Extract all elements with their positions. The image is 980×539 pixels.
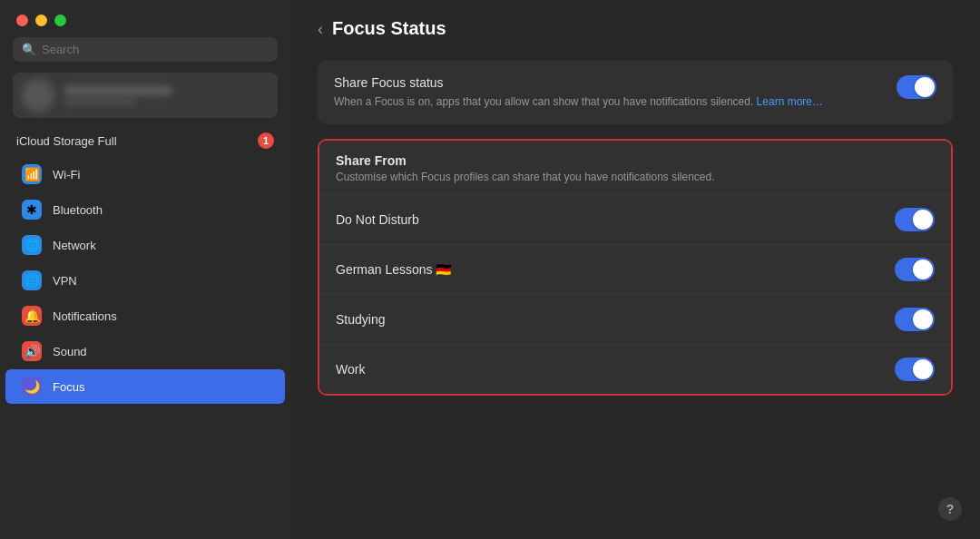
search-input[interactable] — [42, 43, 269, 56]
back-button[interactable]: ‹ — [318, 21, 323, 37]
search-icon: 🔍 — [22, 43, 36, 56]
icloud-label: iCloud Storage Full — [16, 134, 117, 148]
focus-items: Do Not DisturbGerman Lessons 🇩🇪StudyingW… — [319, 195, 951, 394]
sidebar-item-wifi-label: Wi-Fi — [53, 168, 80, 181]
page-header: ‹ Focus Status — [318, 18, 953, 39]
learn-more-link[interactable]: Learn more… — [757, 95, 823, 108]
sidebar-item-sound-label: Sound — [53, 345, 87, 358]
share-focus-card: Share Focus status When a Focus is on, a… — [318, 61, 953, 124]
focus-item-work: Work — [319, 345, 951, 394]
sidebar-item-vpn-label: VPN — [53, 274, 77, 288]
focus-item-studying: Studying — [319, 295, 951, 345]
focus-item-studying-label: Studying — [336, 312, 385, 327]
sidebar-item-vpn[interactable]: 🌐VPN — [5, 263, 285, 298]
focus-item-do-not-disturb-toggle[interactable] — [895, 208, 935, 231]
network-icon: 🌐 — [22, 235, 42, 255]
main-content: ‹ Focus Status Share Focus status When a… — [290, 0, 980, 539]
avatar — [22, 79, 54, 112]
sidebar-item-focus-label: Focus — [53, 380, 84, 394]
vpn-icon: 🌐 — [22, 270, 42, 290]
sidebar-items: 📶Wi-Fi✱Bluetooth🌐Network🌐VPN🔔Notificatio… — [0, 156, 290, 405]
sidebar-item-wifi[interactable]: 📶Wi-Fi — [5, 157, 285, 191]
help-button[interactable]: ? — [938, 497, 962, 521]
minimize-button[interactable] — [35, 15, 47, 26]
notifications-icon: 🔔 — [22, 306, 42, 326]
icloud-row[interactable]: iCloud Storage Full 1 — [0, 125, 290, 156]
page-title: Focus Status — [332, 18, 446, 39]
sidebar-item-sound[interactable]: 🔊Sound — [5, 334, 285, 368]
share-from-card: Share From Customise which Focus profile… — [318, 139, 953, 396]
focus-item-studying-toggle[interactable] — [895, 308, 935, 331]
user-profile — [13, 73, 278, 118]
sidebar-item-notifications-label: Notifications — [53, 309, 117, 323]
close-button[interactable] — [16, 15, 28, 26]
share-focus-text: Share Focus status When a Focus is on, a… — [334, 75, 823, 110]
sidebar-item-focus[interactable]: 🌙Focus — [5, 369, 285, 404]
share-focus-header: Share Focus status When a Focus is on, a… — [334, 75, 936, 110]
sidebar: 🔍 iCloud Storage Full 1 📶Wi-Fi✱Bluetooth… — [0, 0, 290, 539]
search-bar[interactable]: 🔍 — [13, 37, 278, 62]
user-name-bar — [64, 87, 172, 94]
focus-item-do-not-disturb: Do Not Disturb — [319, 195, 951, 245]
traffic-lights — [0, 0, 290, 37]
focus-item-work-label: Work — [336, 362, 365, 377]
focus-item-german-lessons-label: German Lessons 🇩🇪 — [336, 262, 452, 277]
user-sub-bar — [64, 99, 136, 104]
focus-item-work-toggle[interactable] — [895, 358, 935, 381]
sidebar-item-network[interactable]: 🌐Network — [5, 228, 285, 262]
share-focus-desc-text: When a Focus is on, apps that you allow … — [334, 95, 753, 108]
user-name-area — [64, 87, 269, 104]
sidebar-item-notifications[interactable]: 🔔Notifications — [5, 299, 285, 333]
share-from-title: Share From — [336, 153, 935, 168]
bluetooth-icon: ✱ — [22, 200, 42, 220]
share-from-header: Share From Customise which Focus profile… — [319, 141, 951, 195]
focus-item-do-not-disturb-label: Do Not Disturb — [336, 212, 419, 227]
share-focus-description: When a Focus is on, apps that you allow … — [334, 93, 823, 110]
sound-icon: 🔊 — [22, 341, 42, 361]
share-from-description: Customise which Focus profiles can share… — [336, 171, 935, 183]
icloud-badge: 1 — [258, 132, 274, 149]
sidebar-item-bluetooth[interactable]: ✱Bluetooth — [5, 192, 285, 227]
share-focus-toggle[interactable] — [897, 75, 936, 99]
focus-item-german-lessons-toggle[interactable] — [895, 258, 935, 281]
wifi-icon: 📶 — [22, 164, 42, 184]
focus-icon: 🌙 — [22, 377, 42, 397]
sidebar-item-bluetooth-label: Bluetooth — [53, 203, 103, 217]
sidebar-item-network-label: Network — [53, 239, 96, 252]
maximize-button[interactable] — [54, 15, 66, 26]
share-focus-title: Share Focus status — [334, 75, 823, 90]
focus-item-german-lessons: German Lessons 🇩🇪 — [319, 245, 951, 295]
